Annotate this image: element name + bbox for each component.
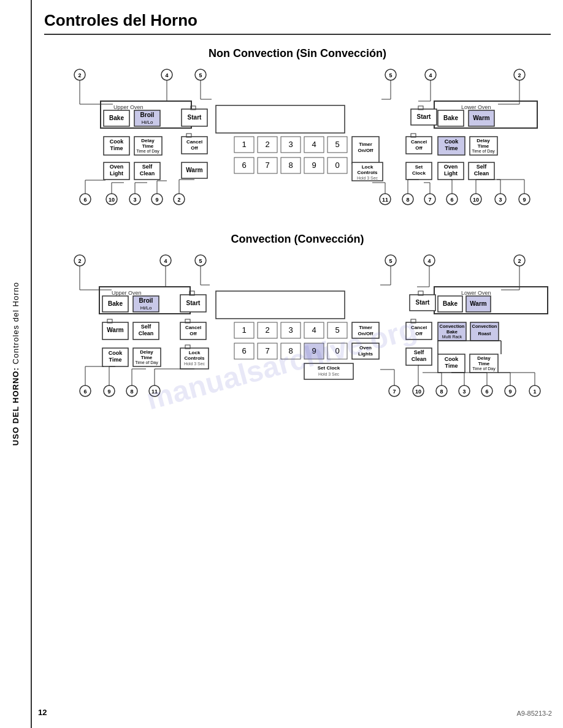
- svg-text:Bake: Bake: [108, 300, 123, 307]
- section2-title: Convection (Convección): [44, 233, 551, 246]
- svg-text:Clean: Clean: [140, 170, 155, 176]
- svg-text:9: 9: [523, 197, 526, 203]
- sidebar-label: USO DEL HORNO: Controles del Horno: [11, 282, 20, 446]
- svg-text:Off: Off: [190, 331, 197, 336]
- svg-text:6: 6: [83, 389, 86, 395]
- svg-text:4: 4: [427, 258, 431, 264]
- svg-text:Self: Self: [141, 324, 152, 330]
- svg-text:Time of Day: Time of Day: [135, 360, 158, 365]
- svg-text:Time: Time: [445, 363, 458, 369]
- svg-text:Time: Time: [478, 361, 490, 366]
- svg-text:9: 9: [312, 346, 316, 355]
- svg-text:5: 5: [389, 72, 392, 78]
- svg-text:Time: Time: [141, 355, 153, 360]
- non-convection-section: Non Convection (Sin Convección) 2 4 5 5: [44, 47, 551, 208]
- doc-number: A9-85213-2: [517, 710, 553, 717]
- svg-text:8: 8: [288, 346, 293, 355]
- svg-text:Lock: Lock: [362, 164, 373, 170]
- svg-text:7: 7: [265, 161, 269, 170]
- svg-rect-243: [216, 291, 345, 319]
- svg-text:Cook: Cook: [109, 350, 123, 356]
- svg-text:Timer: Timer: [359, 142, 372, 147]
- svg-text:Time of Day: Time of Day: [472, 149, 495, 154]
- convection-section: Convection (Convección) 2 4 5 5 4: [44, 233, 551, 400]
- svg-text:8: 8: [406, 197, 409, 203]
- svg-text:Hi/Lo: Hi/Lo: [140, 305, 152, 311]
- svg-text:Hold 3 Sec: Hold 3 Sec: [318, 372, 340, 376]
- svg-text:Self: Self: [414, 349, 425, 355]
- svg-text:Delay: Delay: [477, 138, 490, 143]
- svg-text:5: 5: [199, 72, 202, 78]
- svg-text:Cancel: Cancel: [411, 139, 427, 145]
- svg-text:Set Clock: Set Clock: [318, 365, 340, 371]
- svg-text:Time: Time: [478, 143, 489, 149]
- svg-text:Broil: Broil: [140, 112, 155, 118]
- svg-text:Hi/Lo: Hi/Lo: [142, 119, 153, 125]
- svg-text:Cancel: Cancel: [185, 325, 201, 330]
- svg-text:Clean: Clean: [474, 170, 489, 176]
- svg-text:1: 1: [242, 140, 246, 149]
- svg-text:8: 8: [440, 389, 443, 395]
- svg-text:9: 9: [508, 389, 511, 395]
- nc-diagram: 2 4 5 5 4 2: [44, 67, 559, 208]
- svg-text:Cancel: Cancel: [411, 325, 427, 330]
- svg-text:6: 6: [242, 346, 246, 355]
- svg-text:Timer: Timer: [359, 325, 372, 330]
- svg-text:9: 9: [107, 389, 110, 395]
- svg-text:Hold 3 Sec: Hold 3 Sec: [357, 176, 378, 180]
- svg-text:3: 3: [499, 197, 502, 203]
- svg-text:Warm: Warm: [470, 300, 487, 307]
- svg-text:Lock: Lock: [189, 350, 201, 355]
- svg-text:Cook: Cook: [445, 138, 459, 145]
- svg-text:2: 2: [518, 258, 521, 264]
- svg-text:9: 9: [155, 197, 158, 203]
- svg-text:Lights: Lights: [358, 351, 373, 357]
- svg-text:Hold 3 Sec: Hold 3 Sec: [184, 362, 205, 366]
- svg-text:5: 5: [335, 325, 339, 335]
- svg-text:Oven: Oven: [110, 164, 124, 170]
- svg-text:6: 6: [242, 161, 246, 170]
- svg-text:1: 1: [242, 325, 246, 335]
- svg-text:0: 0: [335, 161, 339, 170]
- svg-text:Start: Start: [416, 299, 430, 306]
- svg-text:3: 3: [288, 140, 293, 149]
- svg-text:Controls: Controls: [358, 170, 378, 175]
- svg-text:Bake: Bake: [443, 300, 458, 307]
- svg-text:2: 2: [518, 72, 521, 78]
- svg-text:0: 0: [335, 346, 339, 355]
- svg-text:Time: Time: [142, 143, 154, 149]
- svg-text:Self: Self: [477, 164, 488, 170]
- svg-text:6: 6: [83, 197, 86, 203]
- svg-text:Warm: Warm: [186, 167, 203, 173]
- svg-text:7: 7: [393, 389, 396, 395]
- svg-text:Time of Day: Time of Day: [472, 366, 496, 371]
- svg-text:8: 8: [288, 161, 293, 170]
- svg-text:4: 4: [312, 325, 316, 335]
- svg-text:4: 4: [165, 72, 168, 78]
- svg-text:6: 6: [450, 197, 453, 203]
- svg-text:7: 7: [428, 197, 431, 203]
- svg-text:11: 11: [382, 197, 388, 203]
- svg-text:Roast: Roast: [478, 331, 491, 336]
- svg-text:Delay: Delay: [140, 349, 153, 355]
- svg-text:Lower Oven: Lower Oven: [461, 104, 491, 110]
- svg-text:2: 2: [265, 325, 269, 335]
- svg-text:Warm: Warm: [473, 115, 490, 121]
- svg-text:Off: Off: [191, 145, 198, 151]
- svg-text:Delay: Delay: [477, 355, 491, 361]
- svg-text:11: 11: [151, 389, 158, 395]
- svg-text:Clock: Clock: [412, 170, 426, 176]
- svg-text:Broil: Broil: [139, 297, 153, 304]
- svg-text:Cook: Cook: [445, 356, 459, 362]
- svg-text:Oven: Oven: [359, 345, 372, 351]
- svg-text:On/Off: On/Off: [358, 331, 373, 336]
- svg-text:Clean: Clean: [139, 330, 154, 336]
- svg-text:Start: Start: [186, 300, 201, 306]
- svg-text:Bake: Bake: [109, 115, 124, 121]
- svg-text:Multi Rack: Multi Rack: [442, 335, 462, 339]
- svg-text:10: 10: [473, 197, 479, 203]
- svg-text:Convection: Convection: [472, 324, 497, 329]
- svg-text:9: 9: [312, 161, 316, 170]
- svg-text:6: 6: [485, 389, 488, 395]
- svg-text:4: 4: [312, 140, 316, 149]
